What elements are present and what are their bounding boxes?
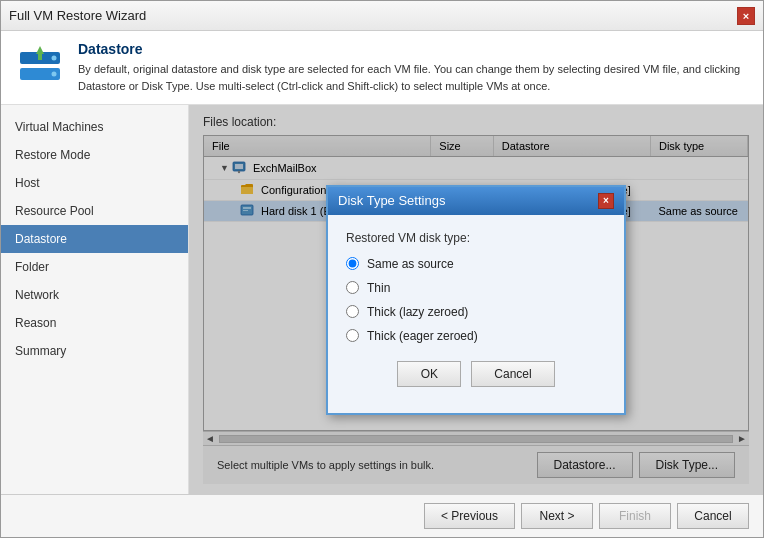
sidebar-item-virtual-machines[interactable]: Virtual Machines: [1, 113, 188, 141]
svg-point-2: [52, 55, 57, 60]
sidebar-item-resource-pool[interactable]: Resource Pool: [1, 197, 188, 225]
sidebar-item-host[interactable]: Host: [1, 169, 188, 197]
title-bar-text: Full VM Restore Wizard: [9, 8, 146, 23]
sidebar-item-summary[interactable]: Summary: [1, 337, 188, 365]
header-title: Datastore: [78, 41, 748, 57]
title-bar-close-button[interactable]: ×: [737, 7, 755, 25]
modal-overlay: Disk Type Settings × Restored VM disk ty…: [189, 105, 763, 494]
dialog-footer: OK Cancel: [346, 361, 606, 401]
previous-button[interactable]: < Previous: [424, 503, 515, 529]
wizard-header: Datastore By default, original datastore…: [1, 31, 763, 105]
wizard-header-text: Datastore By default, original datastore…: [78, 41, 748, 94]
sidebar-item-datastore[interactable]: Datastore: [1, 225, 188, 253]
radio-thin-input[interactable]: [346, 281, 359, 294]
dialog-title-bar: Disk Type Settings ×: [328, 187, 624, 215]
wizard-icon: [16, 44, 64, 92]
radio-thin[interactable]: Thin: [346, 281, 606, 295]
radio-thick-eager[interactable]: Thick (eager zeroed): [346, 329, 606, 343]
wizard-body: Virtual Machines Restore Mode Host Resou…: [1, 105, 763, 494]
dialog-body: Restored VM disk type: Same as source Th…: [328, 215, 624, 413]
dialog-cancel-button[interactable]: Cancel: [471, 361, 554, 387]
radio-thick-lazy[interactable]: Thick (lazy zeroed): [346, 305, 606, 319]
wizard-nav: < Previous Next > Finish Cancel: [1, 494, 763, 537]
header-description: By default, original datastore and disk …: [78, 61, 748, 94]
radio-thick-lazy-input[interactable]: [346, 305, 359, 318]
dialog-label: Restored VM disk type:: [346, 231, 606, 245]
radio-thick-eager-label: Thick (eager zeroed): [367, 329, 478, 343]
finish-button[interactable]: Finish: [599, 503, 671, 529]
sidebar-item-folder[interactable]: Folder: [1, 253, 188, 281]
dialog-ok-button[interactable]: OK: [397, 361, 461, 387]
cancel-button[interactable]: Cancel: [677, 503, 749, 529]
wizard-window: Full VM Restore Wizard × Datastore By de…: [0, 0, 764, 538]
wizard-main: Files location: File Size Datastore Disk…: [189, 105, 763, 494]
disk-type-dialog: Disk Type Settings × Restored VM disk ty…: [326, 185, 626, 415]
radio-same-as-source-label: Same as source: [367, 257, 454, 271]
radio-same-as-source[interactable]: Same as source: [346, 257, 606, 271]
sidebar-item-restore-mode[interactable]: Restore Mode: [1, 141, 188, 169]
radio-group: Same as source Thin Thick (lazy zeroed): [346, 257, 606, 343]
title-bar: Full VM Restore Wizard ×: [1, 1, 763, 31]
svg-rect-5: [38, 54, 42, 60]
radio-thick-eager-input[interactable]: [346, 329, 359, 342]
sidebar-item-network[interactable]: Network: [1, 281, 188, 309]
sidebar-item-reason[interactable]: Reason: [1, 309, 188, 337]
wizard-sidebar: Virtual Machines Restore Mode Host Resou…: [1, 105, 189, 494]
dialog-close-button[interactable]: ×: [598, 193, 614, 209]
next-button[interactable]: Next >: [521, 503, 593, 529]
svg-marker-4: [36, 46, 44, 54]
svg-point-3: [52, 71, 57, 76]
dialog-title: Disk Type Settings: [338, 193, 445, 208]
radio-thin-label: Thin: [367, 281, 390, 295]
radio-same-as-source-input[interactable]: [346, 257, 359, 270]
radio-thick-lazy-label: Thick (lazy zeroed): [367, 305, 468, 319]
